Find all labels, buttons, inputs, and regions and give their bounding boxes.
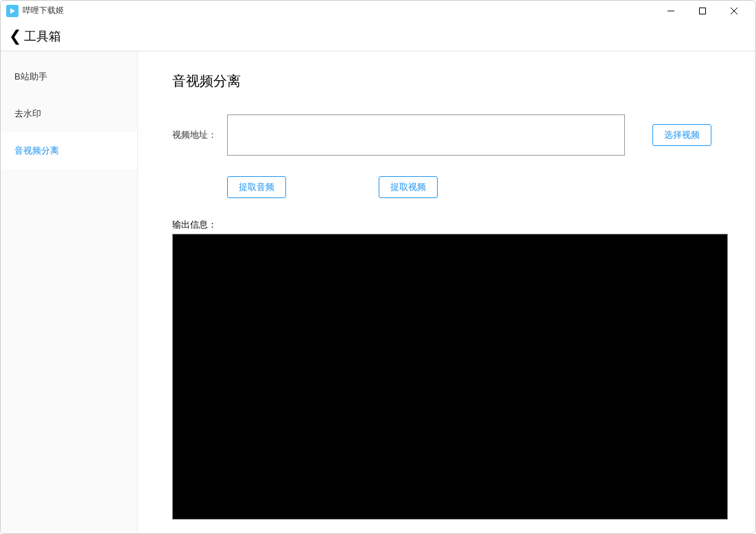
page-title: 音视频分离	[172, 72, 728, 90]
sidebar-item-label: 音视频分离	[14, 145, 59, 156]
extract-video-button[interactable]: 提取视频	[379, 176, 438, 198]
extract-audio-button[interactable]: 提取音频	[227, 176, 286, 198]
back-button[interactable]: ❮ 工具箱	[9, 28, 61, 45]
output-label: 输出信息：	[172, 219, 728, 231]
titlebar: 哔哩下载姬	[1, 1, 755, 21]
window-controls	[655, 1, 750, 21]
chevron-left-icon: ❮	[9, 29, 21, 44]
video-url-input[interactable]	[227, 114, 625, 156]
app-title: 哔哩下载姬	[23, 5, 64, 16]
main-content: 音视频分离 视频地址： 选择视频 提取音频 提取视频 输出信息：	[138, 51, 755, 533]
header: ❮ 工具箱	[1, 21, 755, 51]
choose-video-button[interactable]: 选择视频	[652, 124, 711, 146]
sidebar-item-bilibili-helper[interactable]: B站助手	[1, 58, 137, 95]
body: B站助手 去水印 音视频分离 音视频分离 视频地址： 选择视频 提取音频 提取视…	[1, 51, 755, 533]
minimize-button[interactable]	[655, 1, 687, 21]
maximize-button[interactable]	[687, 1, 718, 21]
svg-marker-0	[10, 8, 15, 14]
sidebar-item-label: B站助手	[14, 71, 47, 82]
video-url-label: 视频地址：	[172, 129, 227, 141]
header-title: 工具箱	[24, 28, 61, 45]
video-url-row: 视频地址： 选择视频	[172, 114, 728, 156]
sidebar-item-label: 去水印	[14, 108, 41, 119]
sidebar-item-av-separate[interactable]: 音视频分离	[1, 132, 137, 169]
action-row: 提取音频 提取视频	[227, 176, 728, 198]
output-console[interactable]	[172, 234, 728, 520]
svg-rect-2	[700, 8, 706, 14]
app-icon	[6, 5, 19, 17]
close-button[interactable]	[718, 1, 750, 21]
sidebar-item-remove-watermark[interactable]: 去水印	[1, 95, 137, 132]
sidebar: B站助手 去水印 音视频分离	[1, 51, 138, 533]
